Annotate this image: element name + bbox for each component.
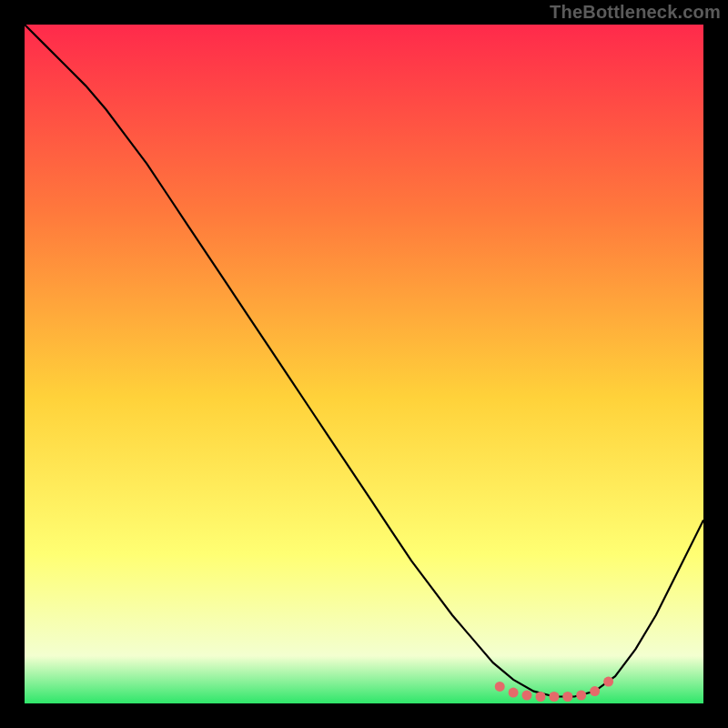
marker-dot	[562, 692, 572, 702]
chart-plot-area	[25, 25, 703, 703]
marker-dot	[603, 677, 613, 687]
marker-dot	[590, 686, 600, 696]
optimal-range-markers	[495, 677, 613, 702]
marker-dot	[495, 682, 505, 692]
frame: TheBottleneck.com	[0, 0, 728, 728]
marker-dot	[509, 688, 519, 698]
watermark-text: TheBottleneck.com	[550, 2, 721, 23]
marker-dot	[536, 692, 546, 702]
bottleneck-curve	[25, 25, 703, 697]
marker-dot	[576, 691, 586, 701]
marker-dot	[549, 692, 559, 702]
marker-dot	[522, 691, 532, 701]
chart-curve-layer	[25, 25, 703, 703]
